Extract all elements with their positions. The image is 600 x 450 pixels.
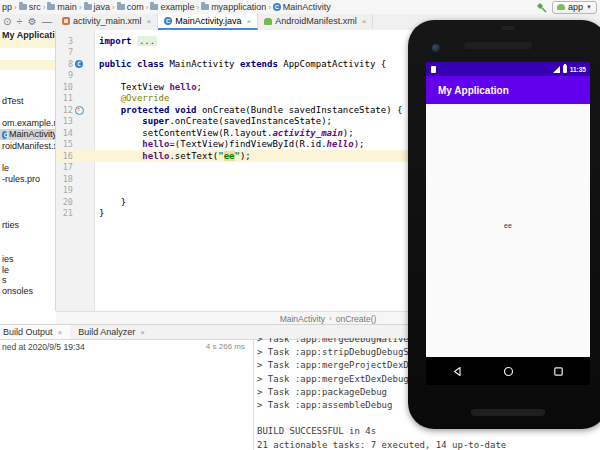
- tab-activity_main.xml[interactable]: activity_main.xml: [56, 14, 158, 28]
- code-text: hello.setText("ee");: [94, 151, 251, 161]
- tree-item-s[interactable]: s: [0, 275, 56, 286]
- breadcrumb-label: src: [29, 2, 41, 12]
- close-icon[interactable]: [362, 17, 367, 26]
- folder-icon: [201, 4, 209, 10]
- run-config-label: app: [568, 2, 583, 12]
- tree-item-MainActivity[interactable]: MainActivity: [0, 129, 56, 140]
- build-hammer-icon[interactable]: [536, 2, 547, 13]
- gutter-cell: 15: [56, 139, 94, 149]
- tree-item-MyApplication[interactable]: My Application]: [0, 30, 56, 41]
- code-text: }: [94, 197, 126, 207]
- editor-breadcrumb-item[interactable]: onCreate(): [336, 314, 377, 324]
- token: @Override: [99, 93, 169, 103]
- chevron-right-icon: [196, 3, 199, 12]
- build-tab-label: Build Output: [3, 327, 53, 337]
- token: }: [99, 208, 104, 218]
- close-icon[interactable]: [247, 17, 252, 26]
- chevron-right-icon: [112, 3, 115, 12]
- chevron-right-icon: [14, 3, 17, 12]
- build-duration: 4 s 266 ms: [206, 342, 245, 351]
- tree-item-rties[interactable]: rties: [0, 220, 56, 231]
- collapse-all-icon[interactable]: ÷: [17, 14, 23, 30]
- breadcrumb-item-MainActivity[interactable]: MainActivity: [272, 2, 332, 12]
- token: onCreate(Bundle savedInstanceState) {: [202, 105, 402, 115]
- tree-item-ies[interactable]: ies: [0, 254, 56, 265]
- folder-icon: [84, 4, 92, 10]
- recents-button-icon[interactable]: [553, 366, 564, 377]
- settings-icon[interactable]: ⚙: [28, 14, 37, 30]
- app-content: ee: [426, 104, 590, 357]
- build-panel-divider[interactable]: [253, 339, 254, 450]
- status-time: 11:35: [570, 66, 586, 73]
- gutter-cell: 21: [56, 208, 94, 218]
- tree-item-rulespro[interactable]: -rules.pro: [0, 174, 56, 185]
- tree-item-label: ies: [2, 254, 14, 265]
- token: ...: [137, 36, 157, 46]
- line-number: 11: [56, 93, 73, 103]
- breadcrumb: ppsrcmainjavacomexamplemyapplicationMain…: [0, 2, 332, 12]
- manifest-file-icon: [264, 18, 272, 25]
- token: [99, 139, 142, 149]
- code-text: }: [94, 208, 104, 218]
- token: hello: [169, 82, 196, 92]
- project-tree-panel[interactable]: My Application]dTestom.example.myapMainA…: [0, 30, 56, 311]
- line-number: 3: [56, 36, 73, 46]
- breadcrumb-label: main: [57, 2, 77, 12]
- editor-breadcrumb-item[interactable]: MainActivity: [280, 314, 325, 324]
- signal-icon: [553, 66, 560, 73]
- hide-panel-icon[interactable]: —: [42, 14, 52, 30]
- tree-item-omexamplemyap[interactable]: om.example.myap: [0, 118, 56, 129]
- breadcrumb-item-pp[interactable]: pp: [1, 2, 13, 12]
- build-tab-Build-Analyzer[interactable]: Build Analyzer: [70, 325, 153, 339]
- run-config-selector[interactable]: app: [552, 1, 597, 14]
- code-text: @Override: [94, 93, 169, 103]
- close-icon[interactable]: [140, 328, 145, 337]
- tab-MainActivity.java[interactable]: MainActivity.java: [158, 14, 258, 30]
- folder-icon: [19, 4, 27, 10]
- folder-icon: [117, 4, 125, 10]
- editor-tab-bar: activity_main.xmlMainActivity.javaAndroi…: [56, 14, 373, 30]
- line-number: 16: [56, 151, 73, 161]
- line-number: 7: [56, 47, 73, 57]
- code-text: import ...: [94, 36, 157, 46]
- close-icon[interactable]: [58, 328, 63, 337]
- token: super: [99, 116, 169, 126]
- status-bar: 11:35: [426, 62, 590, 76]
- phone-speaker: [471, 409, 545, 416]
- tab-label: MainActivity.java: [175, 16, 241, 26]
- gutter-cell: 11: [56, 93, 94, 103]
- breadcrumb-item-main[interactable]: main: [46, 2, 78, 12]
- token: public class: [99, 59, 169, 69]
- line-number: 18: [56, 174, 73, 184]
- token: activity_main: [272, 128, 342, 138]
- gutter-cell: 19: [56, 185, 94, 195]
- tree-item-label: roidManifest.xml: [2, 141, 56, 152]
- breadcrumb-item-src[interactable]: src: [18, 2, 42, 12]
- breadcrumb-item-java[interactable]: java: [83, 2, 112, 12]
- tree-item-onsoles[interactable]: onsoles: [0, 286, 56, 297]
- token: hello: [327, 139, 354, 149]
- build-summary-pane[interactable]: ned at 2020/9/5 19:34 4 s 266 ms: [0, 339, 253, 450]
- tree-item-roidManifestxml[interactable]: roidManifest.xml: [0, 141, 56, 152]
- breadcrumb-item-example[interactable]: example: [149, 2, 195, 12]
- override-gutter-icon: [75, 106, 84, 115]
- token: hello: [142, 139, 169, 149]
- gutter-cell: 9: [56, 70, 94, 80]
- breadcrumb-item-myapplication[interactable]: myapplication: [200, 2, 267, 12]
- tree-item-dTest[interactable]: dTest: [0, 96, 56, 107]
- emulator-screen[interactable]: 11:35 My Application ee: [426, 62, 590, 385]
- build-tab-Build-Output[interactable]: Build Output: [0, 325, 70, 339]
- build-tab-label: Build Analyzer: [78, 327, 135, 337]
- back-button-icon[interactable]: [452, 366, 463, 377]
- code-text: super.onCreate(savedInstanceState);: [94, 116, 332, 126]
- emulator-window: 11:35 My Application ee: [408, 20, 600, 429]
- locate-icon[interactable]: ⊙: [3, 14, 11, 30]
- breadcrumb-item-com[interactable]: com: [116, 2, 145, 12]
- tab-AndroidManifest.xml[interactable]: AndroidManifest.xml: [258, 14, 373, 28]
- code-text: TextView hello;: [94, 82, 202, 92]
- token: AppCompatActivity {: [283, 59, 386, 69]
- tree-item-le[interactable]: le: [0, 163, 56, 174]
- home-button-icon[interactable]: [503, 366, 514, 377]
- close-icon[interactable]: [147, 17, 152, 26]
- token: .setText(: [169, 151, 218, 161]
